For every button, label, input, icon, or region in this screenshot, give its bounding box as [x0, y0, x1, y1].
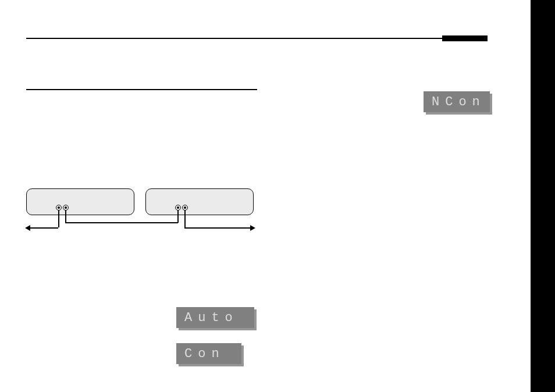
- wire: [58, 210, 59, 227]
- display-group: Auto Con: [176, 307, 254, 364]
- section-rule: [26, 89, 257, 90]
- wire: [177, 210, 179, 223]
- keyboard-unit-left: [26, 188, 134, 215]
- header-rule: [26, 38, 488, 39]
- lcd-text: NCon: [432, 95, 486, 109]
- keyboard-unit-right: [145, 188, 254, 215]
- connection-diagram: [26, 188, 257, 244]
- wire: [184, 210, 186, 227]
- header-rule-accent: [442, 35, 488, 41]
- wire: [65, 210, 66, 223]
- lcd-display-ncon: NCon: [424, 91, 490, 112]
- side-tab: [531, 0, 555, 392]
- arrow-line: [184, 227, 250, 229]
- lcd-text: Con: [184, 347, 225, 361]
- lcd-display-auto: Auto: [176, 307, 254, 328]
- arrow-left-icon: [25, 225, 30, 231]
- lcd-text: Auto: [184, 311, 239, 325]
- arrow-line: [30, 227, 58, 229]
- page-content: NCon: [26, 38, 488, 90]
- wire: [65, 222, 178, 223]
- lcd-display-con: Con: [176, 343, 241, 364]
- arrow-right-icon: [250, 225, 255, 231]
- body-section: NCon: [26, 89, 488, 90]
